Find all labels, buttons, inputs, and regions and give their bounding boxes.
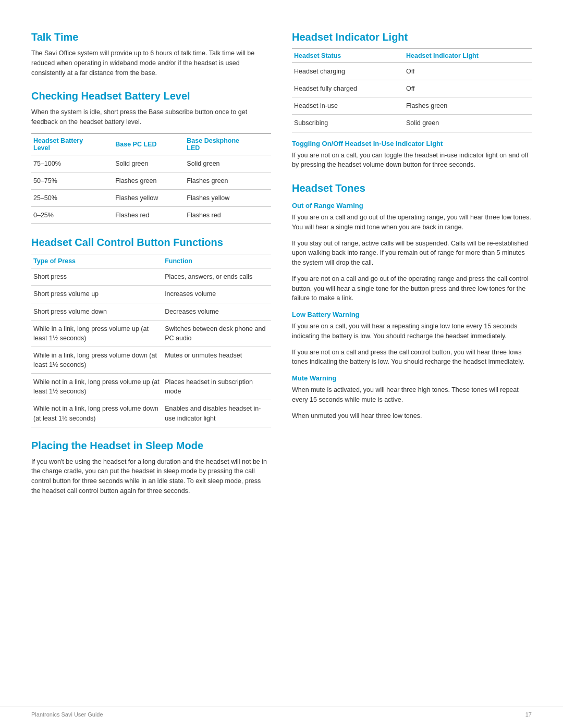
- low-battery-title: Low Battery Warning: [292, 311, 532, 318]
- table-row: Headset fully chargedOff: [292, 80, 532, 97]
- table-row: Short press volume downDecreases volume: [31, 303, 271, 320]
- footer-left: Plantronics Savi User Guide: [31, 711, 103, 718]
- sleep-mode-body: If you won't be using the headset for a …: [31, 457, 271, 496]
- indicator-col1-header: Headset Status: [292, 49, 404, 63]
- table-row: SubscribingSolid green: [292, 115, 532, 132]
- indicator-light-table: Headset Status Headset Indicator Light H…: [292, 48, 532, 132]
- table-row: While in a link, long press volume up (a…: [31, 320, 271, 347]
- battery-section: Checking Headset Battery Level When the …: [31, 90, 271, 224]
- toggle-title: Toggling On/Off Headset In-Use Indicator…: [292, 140, 532, 147]
- battery-table: Headset BatteryLevel Base PC LED Base De…: [31, 133, 271, 225]
- table-row: Short press volume upIncreases volume: [31, 286, 271, 303]
- low-battery-para1: If you are on a call, you will hear a re…: [292, 322, 532, 341]
- tones-section: Headset Tones Out of Range Warning If yo…: [292, 182, 532, 421]
- table-row: Headset in-useFlashes green: [292, 97, 532, 115]
- table-row: 25–50%Flashes yellowFlashes yellow: [31, 190, 271, 207]
- out-of-range-para2: If you stay out of range, active calls w…: [292, 239, 532, 268]
- low-battery-para2: If you are not on a call and press the c…: [292, 348, 532, 367]
- table-row: Headset chargingOff: [292, 63, 532, 80]
- talk-time-body: The Savi Office system will provide up t…: [31, 48, 271, 78]
- out-of-range-title: Out of Range Warning: [292, 202, 532, 209]
- table-row: 50–75%Flashes greenFlashes green: [31, 172, 271, 189]
- mute-warning-title: Mute Warning: [292, 374, 532, 382]
- out-of-range-para3: If you are not on a call and go out of t…: [292, 274, 532, 303]
- table-row: 0–25%Flashes redFlashes red: [31, 207, 271, 224]
- footer-right: 17: [525, 711, 532, 718]
- tones-title: Headset Tones: [292, 182, 532, 194]
- talk-time-title: Talk Time: [31, 31, 271, 43]
- battery-col2-header: Base PC LED: [113, 133, 185, 155]
- battery-body: When the system is idle, short press the…: [31, 107, 271, 127]
- out-of-range-para1: If you are on a call and go out of the o…: [292, 213, 532, 232]
- mute-warning-para2: When unmuted you will hear three low ton…: [292, 411, 532, 421]
- toggle-body: If you are not on a call, you can toggle…: [292, 151, 532, 170]
- call-control-table: Type of Press Function Short pressPlaces…: [31, 254, 271, 427]
- table-row: Short pressPlaces, answers, or ends call…: [31, 268, 271, 286]
- table-row: While in a link, long press volume down …: [31, 347, 271, 373]
- sleep-mode-title: Placing the Headset in Sleep Mode: [31, 440, 271, 452]
- battery-col3-header: Base DeskphoneLED: [185, 133, 271, 155]
- battery-col1-header: Headset BatteryLevel: [31, 133, 113, 155]
- call-control-title: Headset Call Control Button Functions: [31, 237, 271, 249]
- table-row: 75–100%Solid greenSolid green: [31, 155, 271, 172]
- table-row: While not in a link, long press volume d…: [31, 400, 271, 427]
- footer: Plantronics Savi User Guide 17: [0, 707, 563, 718]
- table-row: While not in a link, long press volume u…: [31, 374, 271, 400]
- call-control-col2-header: Function: [163, 254, 271, 268]
- call-control-col1-header: Type of Press: [31, 254, 163, 268]
- mute-warning-para1: When mute is activated, you will hear th…: [292, 385, 532, 405]
- battery-title: Checking Headset Battery Level: [31, 90, 271, 102]
- call-control-section: Headset Call Control Button Functions Ty…: [31, 237, 271, 427]
- indicator-light-section: Headset Indicator Light Headset Status H…: [292, 31, 532, 170]
- indicator-col2-header: Headset Indicator Light: [404, 49, 532, 63]
- talk-time-section: Talk Time The Savi Office system will pr…: [31, 31, 271, 78]
- indicator-light-title: Headset Indicator Light: [292, 31, 532, 43]
- sleep-mode-section: Placing the Headset in Sleep Mode If you…: [31, 440, 271, 496]
